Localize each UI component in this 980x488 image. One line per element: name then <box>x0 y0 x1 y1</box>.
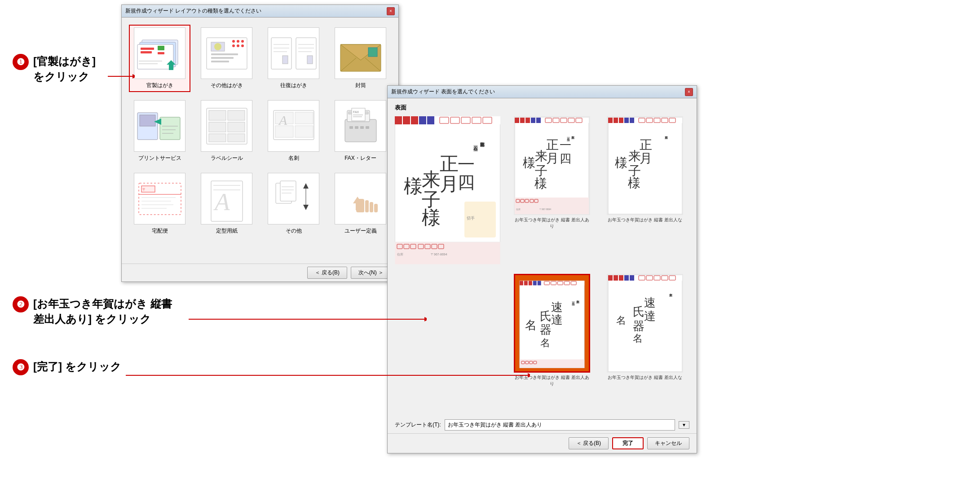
svg-rect-6 <box>158 52 164 54</box>
layout-item-kansei[interactable]: 官製はがき <box>129 25 190 92</box>
template-grid: 東京都 立石一二三 正 月 来 子 一 四 様 様 <box>508 116 689 427</box>
svg-rect-164 <box>630 118 634 123</box>
svg-rect-161 <box>614 118 618 123</box>
svg-text:来: 来 <box>422 169 441 190</box>
dropdown-arrow-icon[interactable]: ▼ <box>679 421 689 429</box>
instruction-1-text: [官製はがき] をクリック <box>33 54 96 84</box>
svg-rect-5 <box>158 46 164 50</box>
svg-rect-53 <box>295 112 313 124</box>
svg-text:正: 正 <box>640 138 652 152</box>
svg-text:来: 来 <box>628 149 641 163</box>
layout-item-label[interactable]: ラベルシール <box>196 97 257 165</box>
dialog2-main-area: 東京都葛飾区 立石一二三四 正 月 来 子 一 四 様 様 <box>395 116 689 427</box>
svg-rect-66 <box>360 126 364 129</box>
oufuku-icon <box>268 27 319 79</box>
svg-rect-134 <box>536 118 541 123</box>
svg-text:来: 来 <box>535 149 547 163</box>
svg-text:速: 速 <box>644 296 656 309</box>
layout-item-print-service[interactable]: プリントサービス <box>129 97 190 165</box>
svg-text:〒967-8694: 〒967-8694 <box>431 253 447 256</box>
sonota-label: その他 <box>286 227 302 235</box>
svg-rect-132 <box>525 118 530 123</box>
layout-item-takuhai[interactable]: 〒 宅配便 <box>129 170 190 237</box>
fax-label: FAX・レター <box>344 154 376 162</box>
user-def-icon <box>335 173 386 224</box>
instruction-3: ❸ [完了] をクリック <box>13 359 121 375</box>
dialog2-close[interactable]: × <box>685 88 693 96</box>
svg-text:器: 器 <box>539 323 551 336</box>
template-item-1[interactable]: 東京都 立石一二三 正 月 来 子 一 四 様 様 <box>508 116 596 269</box>
svg-text:名: 名 <box>540 337 550 348</box>
dialog1-titlebar: 新規作成ウィザード レイアウトの種類を選んでください × <box>122 5 398 18</box>
svg-rect-131 <box>520 118 525 123</box>
svg-text:子: 子 <box>535 164 547 178</box>
badge-2: ❷ <box>13 296 29 312</box>
svg-text:達: 達 <box>551 313 562 326</box>
template-item-4[interactable]: 東京都 速 達 氏 器 名 名 お年玉つき年賀はがき 縦書 差出人な <box>601 274 690 427</box>
dialog1-footer: ＜ 戻る(B) 次へ(N) ＞ <box>122 264 398 281</box>
svg-text:一: 一 <box>560 139 571 152</box>
svg-rect-46 <box>228 110 245 120</box>
template-name-label: テンプレート名(T): <box>395 421 441 429</box>
svg-rect-100 <box>427 116 434 124</box>
layout-item-sonota-hagaki[interactable]: その他はがき <box>196 25 257 92</box>
dialog2-finish-button[interactable]: 完了 <box>612 437 644 449</box>
svg-rect-209 <box>630 275 634 281</box>
svg-text:様: 様 <box>422 207 441 228</box>
instruction-2: ❷ [お年玉つき年賀はがき 縦書 差出人あり] をクリック <box>13 296 172 326</box>
svg-rect-49 <box>209 134 226 142</box>
svg-text:様: 様 <box>615 156 627 170</box>
svg-text:切手: 切手 <box>467 216 475 220</box>
svg-text:様: 様 <box>534 176 547 190</box>
svg-rect-3 <box>141 48 154 50</box>
layout-item-futo[interactable]: 封筒 <box>330 25 391 92</box>
dialog2-cancel-button[interactable]: キャンセル <box>647 437 689 449</box>
svg-rect-39 <box>140 115 155 126</box>
svg-rect-47 <box>209 122 226 132</box>
svg-text:様: 様 <box>628 176 640 190</box>
svg-rect-30 <box>283 56 288 64</box>
layout-item-fax[interactable]: FAX FAX・レター <box>330 97 391 165</box>
svg-rect-182 <box>529 281 532 285</box>
svg-rect-160 <box>608 118 613 123</box>
svg-rect-99 <box>419 116 426 124</box>
template-name-value: お年玉つき年賀はがき 縦書 差出人あり <box>445 419 675 431</box>
kansei-label: 官製はがき <box>146 82 173 89</box>
dialog-template-selection: 新規作成ウィザード 表面を選んでください × 表面 <box>387 85 697 453</box>
omote-label: 表面 <box>395 104 689 112</box>
svg-rect-57 <box>345 119 376 142</box>
svg-rect-162 <box>619 118 623 123</box>
svg-rect-31 <box>307 56 313 64</box>
svg-marker-83 <box>303 183 309 189</box>
svg-rect-90 <box>370 202 373 212</box>
layout-item-sonota[interactable]: その他 <box>263 170 324 237</box>
template-item-3[interactable]: 東京都 立石一二三 速 達 氏 器 名 名 <box>508 274 596 427</box>
dialog1-next-button[interactable]: 次へ(N) ＞ <box>351 267 391 279</box>
dialog1-close[interactable]: × <box>387 7 395 15</box>
svg-rect-48 <box>228 122 245 132</box>
layout-item-meishi[interactable]: A 名刺 <box>263 97 324 165</box>
dialog2-back-button[interactable]: ＜ 戻る(B) <box>569 437 609 449</box>
svg-rect-181 <box>524 281 528 285</box>
fax-icon: FAX <box>335 100 386 152</box>
teikei-label: 定型用紙 <box>216 227 238 235</box>
label-label: ラベルシール <box>211 154 243 162</box>
svg-rect-208 <box>624 275 629 281</box>
svg-text:氏: 氏 <box>633 305 645 318</box>
template-item-2[interactable]: 東京都 正 月 来 子 様 様 お年玉つき年賀はがき 縦書 差出人な <box>601 116 690 269</box>
svg-rect-163 <box>624 118 629 123</box>
template4-caption: お年玉つき年賀はがき 縦書 差出人な <box>607 374 683 381</box>
svg-rect-22 <box>271 38 291 69</box>
svg-rect-184 <box>537 281 541 285</box>
svg-rect-206 <box>614 275 618 281</box>
dialog1-back-button[interactable]: ＜ 戻る(B) <box>307 267 347 279</box>
svg-rect-96 <box>395 116 402 124</box>
template-preview-3-selected: 東京都 立石一二三 速 達 氏 器 名 名 <box>514 274 590 373</box>
futo-icon <box>335 27 386 79</box>
layout-item-oufuku[interactable]: 往復はがき <box>263 25 324 92</box>
svg-point-20 <box>237 44 239 47</box>
svg-text:A: A <box>213 188 230 215</box>
layout-item-user-def[interactable]: ユーザー定義 <box>330 170 391 237</box>
layout-item-teikei[interactable]: A 定型用紙 <box>196 170 257 237</box>
svg-text:速: 速 <box>551 301 562 314</box>
